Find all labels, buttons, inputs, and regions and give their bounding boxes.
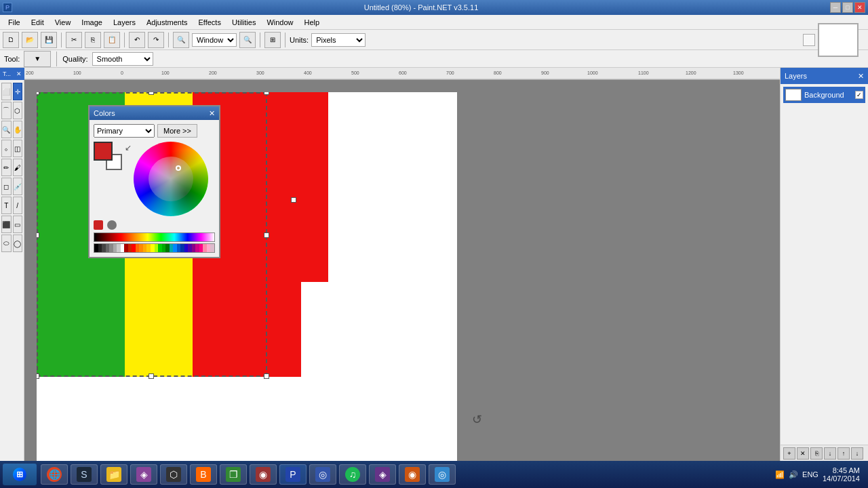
selection-handle-bl[interactable] [37,373,39,379]
taskbar-app8[interactable]: ◉ [250,464,277,485]
pan-tool[interactable]: ✋ [13,121,23,138]
colors-top-row: Primary Secondary More >> [94,124,215,138]
copy-button[interactable]: ⎘ [85,32,101,48]
layers-add-button[interactable]: + [783,447,795,460]
zoom-select[interactable]: Window 25% 50% 80% 100% 150% 200% [192,33,237,47]
layers-close-button[interactable]: ✕ [858,72,864,81]
menu-layers[interactable]: Layers [108,17,141,28]
color-wheel[interactable] [134,142,208,216]
primary-color-indicator[interactable] [94,220,103,230]
quality-select[interactable]: Smooth Aliased [92,52,153,66]
start-button[interactable]: ⊞ [3,464,37,485]
taskbar-spotify[interactable]: ♫ [339,464,366,485]
menu-image[interactable]: Image [76,17,108,28]
selection-handle-tl[interactable] [37,92,39,95]
gradient-tool[interactable]: ◫ [13,140,23,157]
layers-merge-button[interactable]: ↓ [824,447,836,460]
unity-icon: ⬡ [166,467,181,482]
brush-tool[interactable]: 🖌 [13,159,23,176]
opacity-indicator[interactable] [107,220,117,230]
menu-view[interactable]: View [50,17,77,28]
maximize-button[interactable]: □ [842,2,853,13]
app13-icon: ◉ [405,467,420,482]
undo-button[interactable]: ↶ [129,32,145,48]
selection-handle-br[interactable] [264,373,269,379]
line-tool[interactable]: / [13,197,23,214]
layer-visibility-checkbox[interactable]: ✓ [855,91,863,99]
primary-color-swatch[interactable] [94,142,113,161]
blender-icon: B [196,467,211,482]
taskbar-app4[interactable]: ◈ [130,464,157,485]
save-button[interactable]: 💾 [41,32,57,48]
selection-handle-bm[interactable] [149,373,154,379]
primary-secondary-swatches: ↙ [94,142,122,170]
taskbar-paintnet[interactable]: P [279,464,307,485]
close-button[interactable]: ✕ [854,2,865,13]
layers-up-button[interactable]: ↑ [837,447,850,460]
cut-button[interactable]: ✂ [66,32,82,48]
selection-handle-tm[interactable] [149,92,154,95]
swap-colors-icon[interactable]: ↙ [125,143,132,152]
redo-button[interactable]: ↷ [148,32,164,48]
freehand-tool[interactable]: ◯ [13,235,23,252]
layers-down-button[interactable]: ↓ [851,447,863,460]
menu-effects[interactable]: Effects [193,17,226,28]
taskbar-unity[interactable]: ⬡ [160,464,187,485]
zoom-in-button[interactable]: 🔍 [239,32,256,48]
taskbar-app7[interactable]: ❐ [220,464,247,485]
taskbar-blender[interactable]: B [190,464,217,485]
menu-edit[interactable]: Edit [26,17,50,28]
menu-adjustments[interactable]: Adjustments [141,17,193,28]
taskbar-folder[interactable]: 📁 [100,464,127,485]
taskbar-steam[interactable]: S [71,464,98,485]
eyedropper-tool[interactable]: 💉 [13,178,23,195]
grid-button[interactable]: ⊞ [264,32,281,48]
taskbar-chrome[interactable]: 🌐 [41,464,68,485]
swatch-color-cell[interactable] [210,244,214,252]
shapes-tool[interactable]: ⬛ [1,216,12,233]
color-spectrum-bar[interactable] [94,232,215,242]
layers-delete-button[interactable]: ✕ [797,447,809,460]
new-button[interactable]: 🗋 [3,32,19,48]
paste-button[interactable]: 📋 [104,32,120,48]
menu-utilities[interactable]: Utilities [226,17,261,28]
colors-more-button[interactable]: More >> [157,124,197,138]
rounded-rect-tool[interactable]: ▭ [13,216,23,233]
selection-handle-extra[interactable] [291,197,296,203]
taskbar-app13[interactable]: ◉ [399,464,426,485]
selection-handle-tr[interactable] [264,92,269,95]
taskbar-app10[interactable]: ◎ [309,464,336,485]
minimize-button[interactable]: ─ [830,2,841,13]
toolbox-close-button[interactable]: ✕ [16,70,22,77]
ellipse-tool[interactable]: ⬭ [1,235,12,252]
toolbox-title: T... [3,70,11,77]
menu-window[interactable]: Window [261,17,298,28]
pencil-tool[interactable]: ✏ [1,159,12,176]
svg-text:1100: 1100 [638,70,649,75]
colors-close-button[interactable]: ✕ [209,109,215,118]
tool-dropdown[interactable]: ▼ [24,51,51,67]
text-tool[interactable]: T [1,197,12,214]
menu-file[interactable]: File [3,17,26,28]
taskbar-app12[interactable]: ◈ [369,464,396,485]
magic-wand-tool[interactable]: ⬡ [13,102,23,119]
colors-mode-select[interactable]: Primary Secondary [94,124,155,138]
move-tool[interactable]: ✛ [13,83,23,100]
paint-bucket-tool[interactable]: ⬦ [1,140,12,157]
toolbar-sep2 [124,33,125,47]
title-bar: P Untitled (80%) - Paint.NET v3.5.11 ─ □… [0,0,868,15]
selection-rectangle-tool[interactable]: ⬜ [1,83,12,100]
layer-item-background[interactable]: Background ✓ [783,87,865,103]
selection-handle-mr[interactable] [264,232,269,238]
menu-help[interactable]: Help [299,17,326,28]
open-button[interactable]: 📂 [22,32,38,48]
selection-handle-ml[interactable] [37,232,39,238]
eraser-tool[interactable]: ◻ [1,178,12,195]
lasso-tool[interactable]: ⌒ [1,102,12,119]
zoom-out-button[interactable]: 🔍 [173,32,189,48]
layers-duplicate-button[interactable]: ⎘ [810,447,823,460]
taskbar-right: 📶 🔊 ENG 8:45 AM 14/07/2014 [775,466,865,483]
taskbar-app14[interactable]: ◎ [429,464,456,485]
zoom-tool[interactable]: 🔍 [1,121,12,138]
units-select[interactable]: Pixels Inches Centimeters [311,33,366,47]
